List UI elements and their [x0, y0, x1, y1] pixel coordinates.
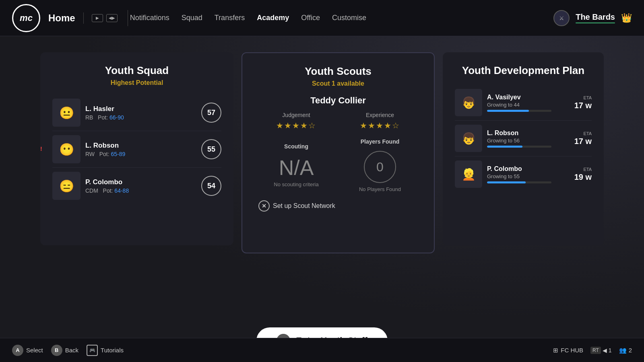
scout-experience: Experience ★★★★☆ — [360, 112, 400, 130]
club-name: The Bards — [576, 12, 615, 22]
players-found-value: 0 — [376, 160, 384, 175]
dev-player-growing: Growing to 55 — [487, 173, 570, 179]
nav-divider — [128, 10, 128, 26]
youth-squad-player-row[interactable]: 😐 L. Hasler RB Pot: 66-90 57 — [52, 95, 221, 131]
progress-bar — [487, 146, 551, 148]
nav-link-office[interactable]: Office — [301, 14, 320, 22]
youth-dev-title: Youth Development Plan — [455, 64, 592, 77]
youth-squad-player-row[interactable]: 😶 L. Robson RW Pot: 65-89 55 — [52, 131, 221, 168]
pot-value: 64-88 — [114, 187, 129, 194]
experience-label: Experience — [360, 112, 400, 118]
dev-eta-value: 19 w — [574, 173, 592, 182]
player-pos-pot: CDM Pot: 64-88 — [85, 187, 196, 194]
x-button: ✕ — [258, 200, 270, 212]
avatar-face: 😶 — [52, 135, 80, 163]
crown-icon: 👑 — [621, 13, 632, 23]
dev-eta: ETA 17 w — [574, 131, 592, 146]
nav-link-squad[interactable]: Squad — [182, 14, 202, 22]
players-found-circle: 0 — [364, 151, 396, 183]
avatar-face: 😑 — [52, 172, 80, 200]
scouting-item: Scouting N/A No scouting criteria — [254, 143, 338, 187]
player-rating: 55 — [201, 139, 221, 159]
players-found-item: Players Found 0 No Players Found — [338, 138, 422, 192]
progress-bar — [487, 181, 551, 183]
top-navigation: mc Home ▶ ◀▶ NotificationsSquadTransfers… — [0, 0, 644, 36]
nav-icons: ▶ ◀▶ — [92, 14, 118, 22]
progress-fill — [487, 110, 529, 112]
scout-name: Teddy Collier — [254, 95, 422, 106]
club-badge: ⚔ — [553, 10, 570, 26]
youth-scouts-card: Youth Scouts Scout 1 available Teddy Col… — [242, 52, 435, 253]
dev-player-row[interactable]: 👱 P. Colombo Growing to 55 ETA 19 w — [455, 156, 592, 192]
scout-judgement: Judgement ★★★★☆ — [276, 112, 316, 130]
players-icon: 👥 — [619, 347, 627, 354]
youth-squad-title: Youth Squad — [52, 64, 221, 77]
youth-dev-card: Youth Development Plan 👦 A. Vasilyev Gro… — [443, 52, 604, 245]
nav-link-transfers[interactable]: Transfers — [215, 14, 245, 22]
dev-eta-label: ETA — [574, 95, 592, 100]
alert-indicator: ! — [40, 146, 42, 152]
player-rating: 57 — [201, 103, 221, 123]
youth-squad-subtitle: Highest Potential — [52, 79, 221, 86]
dev-player-info: L. Robson Growing to 56 — [487, 130, 570, 148]
dev-player-row[interactable]: 👦 L. Robson Growing to 56 ETA 17 w — [455, 121, 592, 156]
tutorials-btn[interactable]: 🎮 Tutorials — [87, 345, 124, 356]
dev-player-avatar: 👦 — [455, 125, 482, 152]
dev-player-growing: Growing to 56 — [487, 138, 570, 144]
back-label: Back — [65, 347, 78, 354]
pot-value: 65-89 — [111, 151, 126, 157]
scout-network-btn[interactable]: ✕ Set up Scout Network — [254, 200, 422, 212]
dev-player-row[interactable]: 👦 A. Vasilyev Growing to 44 ETA 17 w — [455, 85, 592, 121]
progress-fill — [487, 181, 526, 183]
fc-hub-icon: ⊞ — [553, 347, 558, 354]
fc-hub[interactable]: ⊞ FC HUB — [553, 347, 583, 354]
dev-eta-value: 17 w — [574, 137, 592, 146]
youth-dev-players-list: 👦 A. Vasilyev Growing to 44 ETA 17 w 👦 L… — [455, 85, 592, 192]
player-avatar: 😑 — [52, 172, 80, 200]
scouting-value: N/A — [254, 156, 338, 180]
nav-link-academy[interactable]: Academy — [257, 14, 289, 22]
scout-available-label: Scout 1 available — [254, 80, 422, 87]
nav-link-customise[interactable]: Customise — [332, 14, 366, 22]
judgement-label: Judgement — [276, 112, 316, 118]
club-name-block: The Bards — [576, 12, 615, 23]
dev-player-avatar: 👱 — [455, 160, 482, 188]
back-btn[interactable]: B Back — [51, 345, 78, 356]
player-pos-pot: RB Pot: 66-90 — [85, 114, 196, 121]
rt-icon: ◀ — [603, 347, 607, 354]
player-pos-pot: RW Pot: 65-89 — [85, 151, 196, 157]
fc-hub-label: FC HUB — [561, 347, 583, 354]
dev-player-avatar: 👦 — [455, 89, 482, 116]
select-label: Select — [26, 347, 43, 354]
nav-right: ⚔ The Bards 👑 — [553, 10, 632, 26]
dev-player-info: A. Vasilyev Growing to 44 — [487, 94, 570, 112]
b-back-badge: B — [51, 345, 62, 356]
dev-eta-label: ETA — [574, 167, 592, 172]
player-info: L. Robson RW Pot: 65-89 — [85, 142, 196, 157]
dev-player-name: P. Colombo — [487, 165, 570, 173]
rt-count: 1 — [609, 347, 612, 354]
app-logo: mc — [12, 4, 40, 32]
dev-player-name: A. Vasilyev — [487, 94, 570, 101]
nav-links: NotificationsSquadTransfersAcademyOffice… — [130, 14, 554, 22]
pot-value: 66-90 — [109, 114, 124, 121]
nav-home[interactable]: Home — [48, 12, 84, 24]
nav-link-notifications[interactable]: Notifications — [130, 14, 169, 22]
footer-left: A Select B Back 🎮 Tutorials — [12, 345, 553, 356]
footer-right: ⊞ FC HUB RT ◀ 1 👥 2 — [553, 347, 632, 354]
players-count: 👥 2 — [619, 347, 632, 354]
player-avatar: 😶 — [52, 135, 80, 163]
select-btn[interactable]: A Select — [12, 345, 43, 356]
tutorials-label: Tutorials — [101, 347, 124, 354]
dev-player-info: P. Colombo Growing to 55 — [487, 165, 570, 183]
scout-data-row: Scouting N/A No scouting criteria Player… — [254, 138, 422, 192]
footer: A Select B Back 🎮 Tutorials ⊞ FC HUB RT … — [0, 338, 644, 362]
player-info: P. Colombo CDM Pot: 64-88 — [85, 178, 196, 194]
youth-squad-player-row[interactable]: 😑 P. Colombo CDM Pot: 64-88 54 — [52, 168, 221, 204]
player-info: L. Hasler RB Pot: 66-90 — [85, 105, 196, 121]
dev-player-growing: Growing to 44 — [487, 102, 570, 108]
scouting-label: Scouting — [254, 143, 338, 150]
player-rating: 54 — [201, 176, 221, 196]
players-count-value: 2 — [629, 347, 632, 354]
experience-stars: ★★★★☆ — [360, 121, 400, 130]
